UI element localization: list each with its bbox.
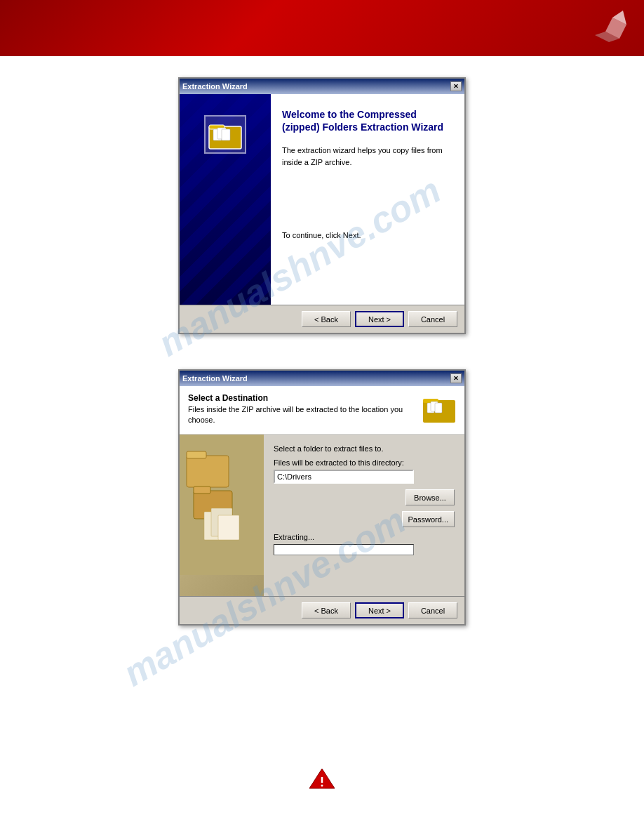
svg-rect-12 — [435, 403, 442, 413]
svg-rect-17 — [194, 486, 210, 494]
svg-point-25 — [321, 785, 323, 787]
dialog2-next-button[interactable]: Next > — [355, 602, 404, 618]
header-banner — [0, 0, 644, 56]
svg-rect-14 — [187, 456, 229, 487]
dialog1-body: Welcome to the Compressed (zipped) Folde… — [180, 94, 464, 305]
dialog-1: Extraction Wizard ✕ — [178, 77, 466, 334]
dialog1-right-panel: Welcome to the Compressed (zipped) Folde… — [271, 94, 464, 305]
dialog2-cancel-button[interactable]: Cancel — [408, 602, 457, 618]
dialog1-welcome-heading: Welcome to the Compressed (zipped) Folde… — [282, 108, 453, 133]
dialog2-password-button[interactable]: Password... — [402, 511, 455, 527]
dialog1-continue-text: To continue, click Next. — [282, 231, 453, 239]
svg-rect-7 — [222, 129, 230, 140]
dialog1-description: The extraction wizard helps you copy fil… — [282, 145, 453, 168]
header-logo — [588, 7, 630, 46]
dialog2-back-button[interactable]: < Back — [302, 602, 351, 618]
dialog2-header-title: Select a Destination — [188, 393, 412, 403]
dialog2-header: Select a Destination Files inside the ZI… — [180, 386, 464, 435]
dialog1-title-area: Extraction Wizard — [182, 82, 248, 91]
dialog1-zip-icon — [204, 115, 246, 154]
dialog2-close-button[interactable]: ✕ — [450, 373, 462, 383]
dialog2-header-icon — [422, 393, 456, 427]
dialog2-image — [180, 435, 264, 596]
dialog2-input-row — [274, 470, 455, 484]
dialog2-directory-input[interactable] — [274, 470, 414, 484]
dialog2-progress-bar — [274, 544, 414, 555]
dialog-2: Extraction Wizard ✕ Select a Destination… — [178, 369, 466, 626]
dialog1-left-panel — [180, 94, 271, 305]
dialog1-back-button[interactable]: < Back — [302, 311, 351, 327]
dialog2-extracting-label: Extracting... — [274, 533, 455, 541]
dialog2-dir-label: Files will be extracted to this director… — [274, 458, 455, 467]
svg-rect-20 — [218, 515, 239, 540]
dialog2-select-label: Select a folder to extract files to. — [274, 444, 455, 453]
dialog1-titlebar: Extraction Wizard ✕ — [180, 79, 464, 94]
dialog1-title-text: Extraction Wizard — [182, 82, 248, 91]
page-content: Extraction Wizard ✕ — [0, 56, 644, 647]
dialog2-header-desc: Files inside the ZIP archive will be ext… — [188, 404, 412, 426]
dialog2-image-panel — [180, 435, 264, 596]
dialog2-body: Select a folder to extract files to. Fil… — [180, 435, 464, 596]
dialog1-close-button[interactable]: ✕ — [450, 81, 462, 91]
dialog2-footer: < Back Next > Cancel — [180, 596, 464, 624]
dialog2-browse-button[interactable]: Browse... — [405, 489, 455, 505]
dialog2-header-text-area: Select a Destination Files inside the ZI… — [188, 393, 412, 426]
svg-rect-15 — [187, 451, 206, 458]
dialog2-title-text: Extraction Wizard — [182, 374, 248, 383]
dialog2-browse-row: Browse... — [274, 489, 455, 505]
dialog2-password-row: Password... — [274, 511, 455, 527]
dialog2-title-area: Extraction Wizard — [182, 374, 248, 383]
bottom-logo — [308, 767, 336, 795]
dialog2-titlebar: Extraction Wizard ✕ — [180, 371, 464, 386]
dialog1-next-button[interactable]: Next > — [355, 311, 404, 327]
dialog1-footer: < Back Next > Cancel — [180, 305, 464, 333]
dialog1-cancel-button[interactable]: Cancel — [408, 311, 457, 327]
dialog2-form-panel: Select a folder to extract files to. Fil… — [264, 435, 464, 596]
